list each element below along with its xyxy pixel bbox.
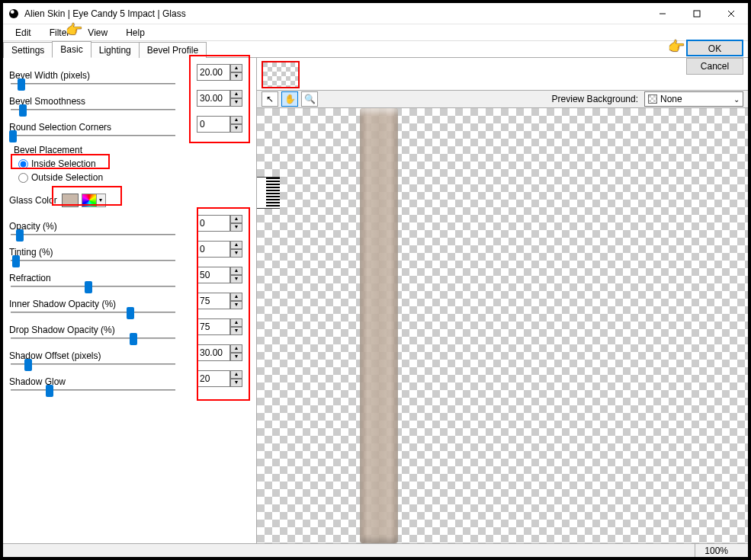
radio-outside-selection[interactable]: Outside Selection: [9, 171, 250, 184]
maximize-button[interactable]: [679, 3, 714, 24]
pointer-icon: 👉: [668, 38, 685, 55]
spin-up[interactable]: ▲: [230, 64, 242, 72]
spin-up[interactable]: ▲: [230, 215, 242, 223]
opacity-input[interactable]: [197, 215, 230, 232]
dialog-buttons: 👉 OK Cancel: [686, 40, 743, 75]
spin-down[interactable]: ▼: [230, 124, 242, 133]
preview-canvas[interactable]: claudia: [257, 108, 748, 543]
param-shadow-glow: Shadow Glow ▲▼: [9, 369, 250, 395]
tab-lighting[interactable]: Lighting: [91, 42, 140, 58]
svg-rect-1: [694, 11, 700, 17]
drop-shadow-slider[interactable]: [9, 332, 177, 341]
shadow-glow-slider[interactable]: [9, 384, 177, 393]
bevel-width-slider[interactable]: [9, 78, 177, 87]
bevel-smoothness-slider[interactable]: [9, 104, 177, 113]
radio-inside-input[interactable]: [18, 159, 28, 169]
spin-down[interactable]: ▼: [230, 249, 242, 258]
cancel-button[interactable]: Cancel: [686, 58, 743, 75]
shadow-offset-input[interactable]: [197, 344, 230, 361]
tab-basic[interactable]: Basic: [52, 41, 91, 58]
radio-inside-selection[interactable]: Inside Selection: [9, 157, 250, 171]
opacity-slider[interactable]: [9, 229, 177, 238]
shadow-offset-slider[interactable]: [9, 358, 177, 367]
menu-filter[interactable]: Filter: [42, 26, 78, 40]
ok-button[interactable]: OK: [686, 40, 743, 56]
radio-outside-label: Outside Selection: [31, 172, 103, 183]
app-icon: [8, 8, 20, 20]
zoom-level: 100%: [695, 544, 737, 557]
glass-color-swatch[interactable]: [62, 194, 79, 207]
spin-down[interactable]: ▼: [230, 327, 242, 335]
bevel-width-input[interactable]: [197, 64, 230, 81]
preview-content: [360, 108, 398, 543]
tinting-slider[interactable]: [9, 254, 177, 264]
param-drop-shadow: Drop Shadow Opacity (%) ▲▼: [9, 317, 250, 343]
spin-down[interactable]: ▼: [230, 301, 242, 309]
refraction-slider[interactable]: [9, 280, 177, 290]
title-bar: Alien Skin | Eye Candy 5 Impact | Glass: [3, 3, 748, 24]
param-tinting: Tinting (%) ▲▼: [9, 239, 250, 265]
drop-shadow-input[interactable]: [197, 318, 230, 335]
menu-help[interactable]: Help: [118, 26, 152, 40]
shadow-glow-input[interactable]: [197, 370, 230, 387]
preview-bg-select[interactable]: None: [644, 91, 743, 107]
menu-bar: Edit Filter View Help 👉: [3, 24, 748, 41]
spin-down[interactable]: ▼: [230, 223, 242, 232]
glass-color-label: Glass Color: [9, 195, 57, 206]
menu-edit[interactable]: Edit: [8, 26, 39, 40]
spin-down[interactable]: ▼: [230, 353, 242, 361]
round-corners-slider[interactable]: [9, 130, 177, 139]
spin-up[interactable]: ▲: [230, 241, 242, 249]
pointer-tool-icon[interactable]: ↖: [262, 91, 278, 107]
tinting-input[interactable]: [197, 241, 230, 258]
spin-down[interactable]: ▼: [230, 72, 242, 81]
preview-panel: ↖ ✋ 🔍 Preview Background: None claudia: [256, 58, 748, 543]
transparency-icon: [648, 94, 657, 104]
watermark: claudia: [257, 177, 280, 209]
spin-up[interactable]: ▲: [230, 267, 242, 275]
settings-panel: Bevel Width (pixels) ▲▼ Bevel Smoothness…: [3, 58, 256, 543]
preview-bg-value: None: [660, 94, 682, 104]
hand-tool-icon[interactable]: ✋: [281, 91, 298, 107]
round-corners-input[interactable]: [197, 116, 230, 133]
param-bevel-smoothness: Bevel Smoothness ▲▼: [9, 88, 250, 114]
param-opacity: Opacity (%) ▲▼: [9, 213, 250, 239]
spin-up[interactable]: ▲: [230, 293, 242, 301]
minimize-button[interactable]: [645, 3, 679, 24]
bevel-width-spinner: ▲▼: [197, 64, 242, 81]
bevel-smoothness-spinner: ▲▼: [197, 90, 242, 107]
param-inner-shadow: Inner Shadow Opacity (%) ▲▼: [9, 291, 250, 317]
spin-up[interactable]: ▲: [230, 318, 242, 327]
preview-toolbar: ↖ ✋ 🔍 Preview Background: None: [257, 90, 748, 108]
tab-settings[interactable]: Settings: [3, 42, 53, 58]
menu-view[interactable]: View: [80, 26, 115, 40]
main-area: Bevel Width (pixels) ▲▼ Bevel Smoothness…: [3, 58, 748, 543]
param-bevel-width: Bevel Width (pixels) ▲▼: [9, 62, 250, 88]
radio-outside-input[interactable]: [18, 173, 28, 183]
preview-bg-label: Preview Background:: [552, 94, 638, 104]
zoom-tool-icon[interactable]: 🔍: [301, 91, 318, 107]
chevron-down-icon[interactable]: ▾: [97, 194, 106, 207]
spin-up[interactable]: ▲: [230, 90, 242, 98]
round-corners-spinner: ▲▼: [197, 116, 242, 133]
bevel-smoothness-input[interactable]: [197, 90, 230, 107]
tab-bar: Settings Basic Lighting Bevel Profile 👉 …: [3, 41, 748, 58]
bevel-placement-label: Bevel Placement: [9, 145, 250, 155]
window-title: Alien Skin | Eye Candy 5 Impact | Glass: [24, 8, 645, 19]
palette-icon[interactable]: [82, 194, 97, 207]
spin-down[interactable]: ▼: [230, 275, 242, 283]
close-button[interactable]: [714, 3, 748, 24]
radio-inside-label: Inside Selection: [31, 158, 96, 169]
spin-down[interactable]: ▼: [230, 379, 242, 387]
refraction-input[interactable]: [197, 267, 230, 283]
preview-thumb[interactable]: [262, 61, 300, 88]
param-round-corners: Round Selection Corners ▲▼: [9, 114, 250, 140]
spin-down[interactable]: ▼: [230, 98, 242, 107]
spin-up[interactable]: ▲: [230, 116, 242, 124]
spin-up[interactable]: ▲: [230, 344, 242, 353]
inner-shadow-slider[interactable]: [9, 306, 177, 315]
inner-shadow-input[interactable]: [197, 293, 230, 309]
tab-bevel-profile[interactable]: Bevel Profile: [139, 42, 207, 58]
spin-up[interactable]: ▲: [230, 370, 242, 379]
window-controls: [645, 3, 748, 24]
